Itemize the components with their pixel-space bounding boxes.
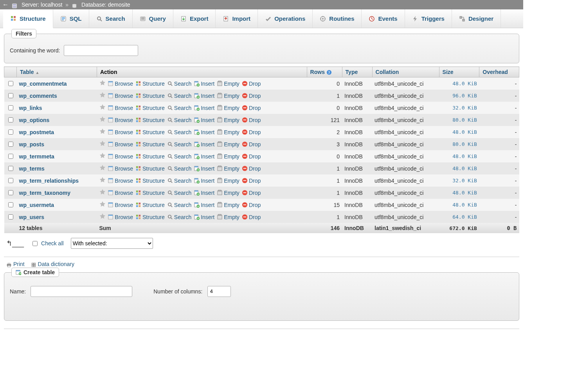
- with-selected-dropdown[interactable]: With selected:: [71, 238, 153, 249]
- tab-operations[interactable]: Operations: [258, 9, 313, 28]
- insert-link[interactable]: Insert: [194, 141, 214, 147]
- row-checkbox[interactable]: [8, 178, 13, 183]
- empty-link[interactable]: Empty: [217, 153, 239, 160]
- tab-export[interactable]: Export: [173, 9, 216, 28]
- insert-link[interactable]: Insert: [194, 178, 214, 184]
- table-name-link[interactable]: wp_commentmeta: [19, 81, 67, 87]
- search-link[interactable]: Search: [167, 165, 191, 172]
- browse-link[interactable]: Browse: [108, 117, 133, 123]
- table-name-link[interactable]: wp_users: [19, 214, 45, 220]
- header-size[interactable]: Size: [439, 67, 479, 77]
- empty-link[interactable]: Empty: [217, 81, 239, 87]
- empty-link[interactable]: Empty: [217, 190, 239, 196]
- structure-link[interactable]: Structure: [135, 214, 165, 220]
- table-name-link[interactable]: wp_termmeta: [19, 153, 54, 160]
- size-cell[interactable]: 32.0 KiB: [439, 102, 479, 114]
- tab-sql[interactable]: SQL: [53, 9, 89, 28]
- table-name-link[interactable]: wp_postmeta: [19, 129, 54, 135]
- tab-structure[interactable]: Structure: [3, 9, 53, 28]
- table-name-link[interactable]: wp_options: [19, 117, 50, 123]
- insert-link[interactable]: Insert: [194, 105, 214, 111]
- header-collation[interactable]: Collation: [372, 67, 439, 77]
- check-all-link[interactable]: Check all: [41, 240, 64, 246]
- browse-link[interactable]: Browse: [108, 178, 133, 184]
- star-icon[interactable]: [99, 213, 106, 220]
- row-checkbox[interactable]: [8, 142, 13, 147]
- size-cell[interactable]: 80.0 KiB: [439, 138, 479, 150]
- search-link[interactable]: Search: [167, 153, 191, 160]
- header-overhead[interactable]: Overhead: [479, 67, 519, 77]
- insert-link[interactable]: Insert: [194, 153, 214, 160]
- drop-link[interactable]: Drop: [242, 214, 261, 220]
- size-cell[interactable]: 48.0 KiB: [439, 150, 479, 162]
- drop-link[interactable]: Drop: [242, 202, 261, 208]
- empty-link[interactable]: Empty: [217, 129, 239, 135]
- search-link[interactable]: Search: [167, 93, 191, 99]
- search-link[interactable]: Search: [167, 81, 191, 87]
- structure-link[interactable]: Structure: [135, 93, 165, 99]
- star-icon[interactable]: [99, 116, 106, 123]
- tab-routines[interactable]: Routines: [313, 9, 362, 28]
- size-cell[interactable]: 96.0 KiB: [439, 90, 479, 102]
- insert-link[interactable]: Insert: [194, 129, 214, 135]
- size-cell[interactable]: 32.0 KiB: [439, 174, 479, 187]
- size-cell[interactable]: 64.0 KiB: [439, 211, 479, 223]
- search-link[interactable]: Search: [167, 117, 191, 123]
- containing-word-input[interactable]: [64, 45, 138, 56]
- insert-link[interactable]: Insert: [194, 190, 214, 196]
- structure-link[interactable]: Structure: [135, 153, 165, 160]
- empty-link[interactable]: Empty: [217, 105, 239, 111]
- drop-link[interactable]: Drop: [242, 129, 261, 135]
- drop-link[interactable]: Drop: [242, 141, 261, 147]
- browse-link[interactable]: Browse: [108, 153, 133, 160]
- browse-link[interactable]: Browse: [108, 141, 133, 147]
- row-checkbox[interactable]: [8, 93, 13, 98]
- tab-query[interactable]: Query: [133, 9, 173, 28]
- tab-import[interactable]: Import: [216, 9, 258, 28]
- drop-link[interactable]: Drop: [242, 153, 261, 160]
- size-cell[interactable]: 48.0 KiB: [439, 187, 479, 199]
- empty-link[interactable]: Empty: [217, 117, 239, 123]
- drop-link[interactable]: Drop: [242, 190, 261, 196]
- star-icon[interactable]: [99, 164, 106, 171]
- structure-link[interactable]: Structure: [135, 129, 165, 135]
- breadcrumb-database[interactable]: Database: demosite: [81, 0, 130, 9]
- star-icon[interactable]: [99, 104, 106, 111]
- structure-link[interactable]: Structure: [135, 178, 165, 184]
- star-icon[interactable]: [99, 92, 106, 99]
- row-checkbox[interactable]: [8, 81, 13, 86]
- search-link[interactable]: Search: [167, 141, 191, 147]
- browse-link[interactable]: Browse: [108, 81, 133, 87]
- structure-link[interactable]: Structure: [135, 202, 165, 208]
- empty-link[interactable]: Empty: [217, 141, 239, 147]
- size-cell[interactable]: 48.0 KiB: [439, 162, 479, 174]
- create-cols-input[interactable]: [207, 286, 231, 297]
- empty-link[interactable]: Empty: [217, 165, 239, 172]
- star-icon[interactable]: [99, 189, 106, 196]
- empty-link[interactable]: Empty: [217, 178, 239, 184]
- header-type[interactable]: Type: [342, 67, 372, 77]
- browse-link[interactable]: Browse: [108, 165, 133, 172]
- browse-link[interactable]: Browse: [108, 202, 133, 208]
- header-table[interactable]: Table ▲: [17, 67, 97, 77]
- drop-link[interactable]: Drop: [242, 93, 261, 99]
- data-dictionary-link[interactable]: Data dictionary: [31, 261, 74, 267]
- empty-link[interactable]: Empty: [217, 93, 239, 99]
- insert-link[interactable]: Insert: [194, 81, 214, 87]
- table-name-link[interactable]: wp_term_taxonomy: [19, 190, 70, 196]
- star-icon[interactable]: [99, 128, 106, 135]
- structure-link[interactable]: Structure: [135, 141, 165, 147]
- print-link[interactable]: Print: [6, 261, 25, 267]
- row-checkbox[interactable]: [8, 166, 13, 171]
- browse-link[interactable]: Browse: [108, 129, 133, 135]
- star-icon[interactable]: [99, 140, 106, 147]
- search-link[interactable]: Search: [167, 178, 191, 184]
- structure-link[interactable]: Structure: [135, 81, 165, 87]
- insert-link[interactable]: Insert: [194, 93, 214, 99]
- browse-link[interactable]: Browse: [108, 214, 133, 220]
- structure-link[interactable]: Structure: [135, 165, 165, 172]
- tab-designer[interactable]: Designer: [452, 9, 501, 28]
- browse-link[interactable]: Browse: [108, 105, 133, 111]
- table-name-link[interactable]: wp_usermeta: [19, 202, 54, 208]
- structure-link[interactable]: Structure: [135, 105, 165, 111]
